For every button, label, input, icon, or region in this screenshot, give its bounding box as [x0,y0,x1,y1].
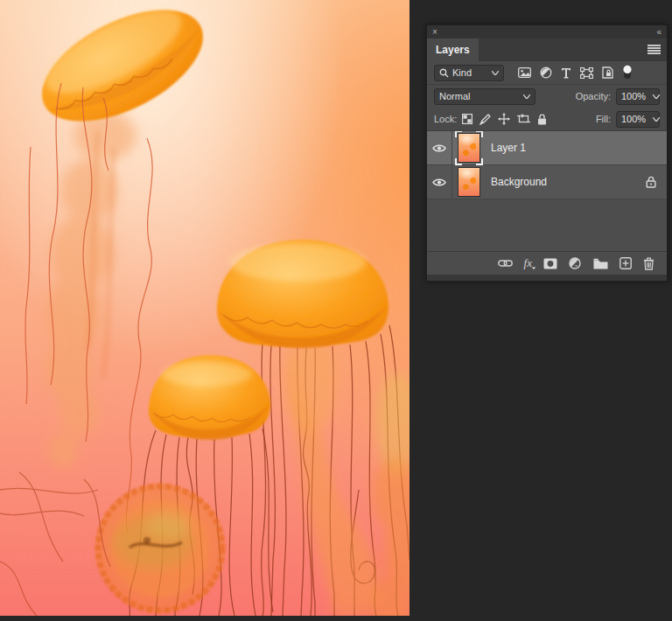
blend-mode-value: Normal [439,91,470,101]
chevron-down-icon [523,94,530,99]
fill-label: Fill: [596,114,611,124]
eye-icon [432,178,446,187]
panel-resize-strip[interactable] [427,275,667,281]
layer-name[interactable]: Background [491,176,646,188]
visibility-toggle[interactable] [427,165,452,199]
new-group-icon[interactable] [593,258,608,269]
blend-mode-select[interactable]: Normal [434,88,536,105]
tab-layers-label: Layers [436,44,470,56]
selection-brackets [455,158,462,165]
panel-title-bar: × « [427,25,667,38]
visibility-toggle[interactable] [427,131,452,164]
collapse-panel-icon[interactable]: « [656,28,662,37]
adjustment-layer-icon[interactable] [569,257,582,270]
chevron-down-icon [653,94,660,99]
lock-pixels-icon[interactable] [480,114,491,125]
delete-layer-icon[interactable] [643,257,654,270]
lock-label: Lock: [434,114,457,124]
smart-object-filter-icon[interactable] [602,66,613,79]
link-layers-icon[interactable] [498,259,513,268]
selection-brackets [455,130,462,137]
layer-row-background[interactable]: Background [427,165,667,199]
lock-position-icon[interactable] [498,113,510,125]
selection-brackets [476,158,483,165]
type-layer-filter-icon[interactable] [561,67,571,79]
kind-filter-select[interactable]: Kind [434,65,504,81]
layer-lock-icon[interactable] [646,176,656,188]
eye-icon [432,143,446,153]
layer-thumbnail[interactable] [458,133,480,163]
new-layer-icon[interactable] [620,257,632,269]
lock-artboard-icon[interactable] [517,114,530,124]
search-icon [439,68,449,78]
opacity-input[interactable]: 100% [616,88,660,105]
fill-input[interactable]: 100% [616,111,660,128]
layers-panel: × « Layers Kind [426,24,668,282]
panel-footer-toolbar: fx [427,251,667,275]
layer-name[interactable]: Layer 1 [491,142,667,154]
tab-layers[interactable]: Layers [427,38,479,61]
canvas-image[interactable] [0,0,410,616]
lock-all-icon[interactable] [537,114,547,125]
fill-value: 100% [621,114,646,124]
adjustment-layer-filter-icon[interactable] [540,66,552,79]
lock-icons [462,113,547,125]
layer-style-icon[interactable]: fx [524,256,532,270]
panel-menu-icon[interactable] [648,45,661,54]
layer-mask-icon[interactable] [543,258,557,269]
close-icon[interactable]: × [432,28,438,37]
lock-row: Lock: Fill: 100% [427,108,667,130]
kind-filter-label: Kind [452,67,472,78]
filter-toggle[interactable] [622,65,633,80]
chevron-down-icon [653,117,660,122]
panel-tab-bar: Layers [427,38,667,61]
blend-row: Normal Opacity: 100% [427,85,667,108]
layer-thumbnail[interactable] [458,167,480,197]
chevron-down-icon [492,71,499,75]
opacity-value: 100% [621,91,646,101]
layers-list: Layer 1 Background [427,130,667,251]
layer-filter-icons [518,65,633,80]
opacity-label: Opacity: [576,91,611,101]
layer-row-layer-1[interactable]: Layer 1 [427,131,667,165]
pixel-layer-filter-icon[interactable] [518,67,531,78]
filter-row: Kind [427,61,667,84]
lock-transparency-icon[interactable] [462,114,472,124]
selection-brackets [476,130,483,137]
shape-layer-filter-icon[interactable] [580,67,593,79]
